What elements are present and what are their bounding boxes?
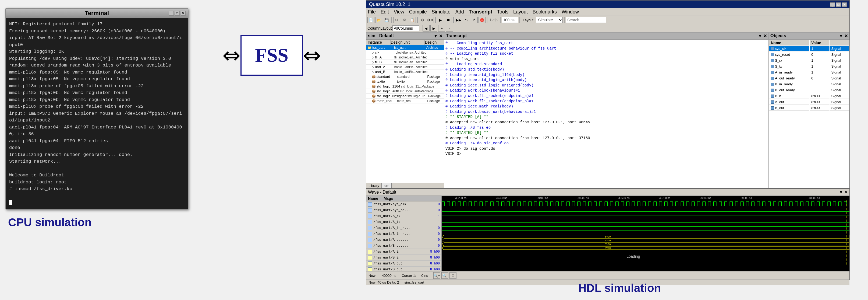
tb-cut-btn[interactable]: ✂	[393, 17, 400, 23]
wave-display[interactable]: 39200 ns 39300 ns 39400 ns 39500 ns 3960…	[442, 196, 849, 271]
terminal-line: random: udevd urandom read with 3 bits o…	[9, 62, 185, 69]
tb-break-btn[interactable]: ⛔	[478, 17, 486, 23]
sim-tree-item[interactable]: 📦std_logic_unsignedstd_logic_un...Packag…	[366, 94, 444, 99]
transcript-line: # Loading ieee.math_real(body)	[445, 104, 767, 109]
tb-compile-all-btn[interactable]: ⚙⚙	[427, 17, 434, 23]
sim-item-design: std_logic_11...Package	[401, 85, 434, 88]
svg-text:39300 ns: 39300 ns	[496, 197, 507, 199]
wave-signal-row[interactable]: /fss_uart/A_out8'h00	[366, 261, 441, 267]
tb-run-btn[interactable]: ▶▶	[455, 17, 462, 23]
column-layout-input[interactable]	[393, 25, 419, 31]
tb-paste-btn[interactable]: 📋	[409, 17, 416, 23]
col-layout-btn3[interactable]: +	[438, 25, 445, 31]
objects-row[interactable]: B_in_readySignal	[769, 82, 849, 87]
menu-item-transcript[interactable]: Transcript	[469, 9, 492, 15]
objects-row[interactable]: S_tx1Signal	[769, 64, 849, 69]
terminal-close-btn[interactable]: ✕	[181, 11, 186, 16]
transcript-line: # ** STARTED [B] **	[445, 130, 767, 136]
menu-item-tools[interactable]: Tools	[497, 9, 508, 15]
menu-item-bookmarks[interactable]: Bookmarks	[533, 9, 557, 15]
menu-item-layout[interactable]: Layout	[513, 9, 528, 15]
sim-tab[interactable]: sim	[382, 183, 392, 188]
objects-row[interactable]: B_out8'h00Signal	[769, 105, 849, 111]
sim-tree-item[interactable]: 📦standardstandardPackage	[366, 74, 444, 79]
wave-signal-row[interactable]: /fss_uart/S_tx1	[366, 219, 441, 225]
sim-tree-item[interactable]: ▷clkclock(behav..Architec	[366, 50, 444, 55]
search-input[interactable]	[566, 17, 606, 23]
wave-signal-row[interactable]: /fss_uart/A_out...0	[366, 237, 441, 243]
tb-step-btn[interactable]: ↷	[463, 17, 470, 23]
menu-item-simulate[interactable]: Simulate	[432, 9, 451, 15]
sim-tree-item[interactable]: 📦math_realmath_realPackage	[366, 99, 444, 103]
objects-row[interactable]: A_out8'h00Signal	[769, 99, 849, 105]
menu-item-window[interactable]: Window	[562, 9, 579, 15]
objects-row[interactable]: sys_reset0Signal	[769, 52, 849, 57]
sim-tree-item[interactable]: ▷uart_Bbasic_uartBb...Architec	[366, 70, 444, 74]
sim-tree-item[interactable]: 📁fss_uartfss_uartArchitec	[366, 45, 444, 50]
wave-zoom-in-btn[interactable]: 🔍+	[433, 272, 440, 279]
terminal-maximize-btn[interactable]: □	[175, 11, 180, 16]
tb-step-over-btn[interactable]: ↱	[471, 17, 478, 23]
sim-tree-item[interactable]: 📦textiotextioPackage	[366, 79, 444, 84]
sim-time-input[interactable]	[502, 17, 518, 23]
sim-tree-item[interactable]: 📦std_logic_arithstd_logic_arithPackage	[366, 89, 444, 94]
wave-zoom-fit-btn[interactable]: ⊡	[450, 272, 457, 279]
terminal-body[interactable]: NET: Registered protocol family 17Freein…	[6, 18, 188, 209]
objects-row[interactable]: B_n8'h00Signal	[769, 93, 849, 99]
wave-signal-row[interactable]: /fss_uart/sys_clk0	[366, 201, 441, 207]
tb-sep3	[435, 17, 436, 23]
tb-open-btn[interactable]: 📂	[375, 17, 382, 23]
transcript-line: # Loading work.basic_uart(behavioural)#1	[445, 109, 767, 115]
menu-item-add[interactable]: Add	[455, 9, 464, 15]
sim-tree-item[interactable]: ▷fli_Afli_socketLen...Architec	[366, 55, 444, 60]
layout-dropdown[interactable]: Simulate	[536, 17, 563, 23]
wave-signal-row[interactable]: /fss_uart/S_rx1	[366, 213, 441, 219]
signal-icon	[771, 89, 774, 92]
tb-compile-btn[interactable]: ⚙	[419, 17, 426, 23]
wave-signal-row[interactable]: /fss_uart/A_in_r...0	[366, 225, 441, 231]
sim-col-design: Design unit	[391, 40, 425, 45]
sim-col-headers: Instance Design unit Design	[366, 39, 444, 45]
objects-row[interactable]: sys_clk1Signal	[769, 46, 849, 51]
wave-signal-row[interactable]: /fss_uart/B_out...0	[366, 243, 441, 249]
sim-bottom-tabs: Library sim	[366, 183, 444, 188]
objects-row[interactable]: B_out_readySignal	[769, 87, 849, 93]
tb-copy-btn[interactable]: ⧉	[401, 17, 408, 23]
questa-maximize-btn[interactable]: □	[836, 2, 841, 7]
menu-item-edit[interactable]: Edit	[381, 9, 389, 15]
objects-row[interactable]: A_in_ready1Signal	[769, 70, 849, 75]
wave-signal-row[interactable]: /fss_uart/B_in8'h00	[366, 255, 441, 261]
terminal-line: aaci-pl041 fpga:04: FIFO 512 entries	[9, 138, 185, 145]
terminal-minimize-btn[interactable]: _	[169, 11, 174, 16]
library-tab[interactable]: Library	[366, 183, 382, 188]
menu-item-file[interactable]: File	[368, 9, 376, 15]
tb-save-btn[interactable]: 💾	[383, 17, 390, 23]
transcript-body[interactable]: # -- Compiling entity fss_uart# -- Compi…	[444, 39, 769, 188]
objects-row[interactable]: A_out_ready0Signal	[769, 76, 849, 81]
tb-simulate-btn[interactable]: ▶	[437, 17, 444, 23]
sim-tree-item[interactable]: 📦std_logic_1164std_logic_11...Package	[366, 84, 444, 89]
questa-minimize-btn[interactable]: _	[830, 2, 835, 7]
objects-type: Signal	[830, 105, 849, 111]
sim-tree-item[interactable]: ▷uart_Abasic_uartBb...Architec	[366, 65, 444, 70]
objects-row[interactable]: S_rx1Signal	[769, 58, 849, 63]
wave-signal-row[interactable]: /fss_uart/sys_re...0	[366, 207, 441, 213]
col-layout-btn4[interactable]: -	[446, 25, 453, 31]
sim-tree-item[interactable]: ▷fli_Bfli_socketLen...Architec	[366, 60, 444, 65]
wave-signal-row[interactable]: /fss_uart/B_in_r...0	[366, 231, 441, 237]
wave-zoom-out-btn[interactable]: 🔍-	[441, 272, 448, 279]
questa-window-controls: _ □ ✕	[830, 2, 847, 7]
questa-close-btn[interactable]: ✕	[842, 2, 847, 7]
wave-signal-row[interactable]: /fss_uart/B_out8'h00	[366, 267, 441, 271]
sim-panel-body[interactable]: 📁fss_uartfss_uartArchitec▷clkclock(behav…	[366, 45, 444, 183]
objects-item-name: B_in_ready	[775, 82, 793, 86]
wave-signal-row[interactable]: /fss_uart/A_in8'h00	[366, 249, 441, 255]
menu-item-compile[interactable]: Compile	[409, 9, 427, 15]
objects-value: 8'h00	[810, 93, 829, 99]
col-layout-btn1[interactable]: ◀	[423, 25, 430, 31]
menu-item-view[interactable]: View	[394, 9, 404, 15]
tb-stop-btn[interactable]: ⏹	[445, 17, 452, 23]
col-layout-btn2[interactable]: ▶	[430, 25, 437, 31]
tb-new-btn[interactable]: 📄	[367, 17, 374, 23]
objects-body[interactable]: NameValuesys_clk1Signalsys_reset0SignalS…	[769, 39, 849, 188]
